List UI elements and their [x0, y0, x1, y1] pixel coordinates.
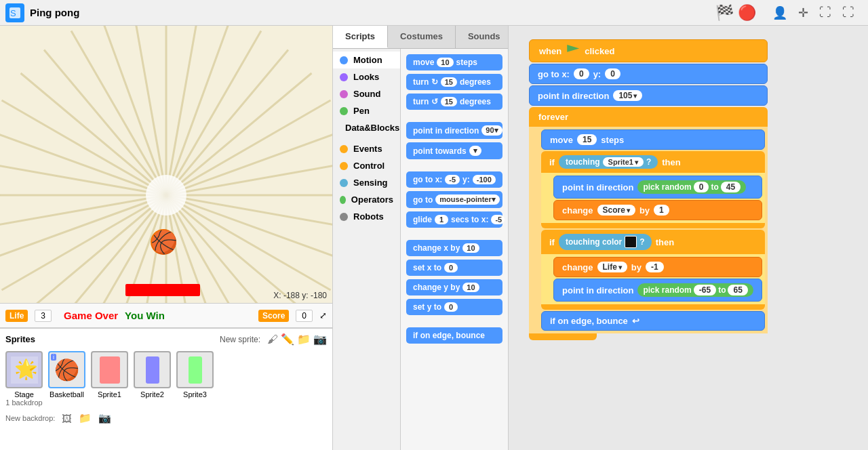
block-change-x[interactable]: change x by 10	[406, 240, 502, 256]
cat-sound[interactable]: Sound	[333, 85, 400, 102]
point-dir-val[interactable]: 105	[613, 90, 642, 101]
cat-data[interactable]: Data&Blocks	[333, 119, 400, 136]
block-point-dir[interactable]: point in direction 90▾	[406, 122, 502, 139]
block-goto-xy[interactable]: go to x: -5 y: -100	[406, 171, 502, 188]
camera-sprite-btn[interactable]: 📷	[313, 333, 327, 346]
pick-random2[interactable]: pick random -65 to 65	[637, 283, 753, 297]
color-swatch[interactable]	[625, 236, 637, 248]
sprites-list: 🌟 Stage 1 backdrop i 🏀 Basketball	[5, 351, 327, 407]
when-flag-block[interactable]: when clicked	[529, 39, 768, 62]
cat-looks[interactable]: Looks	[333, 68, 400, 85]
edit-sprite-btn[interactable]: ✏️	[281, 333, 294, 346]
block-glide-secs[interactable]: 1	[435, 215, 448, 224]
green-flag-button[interactable]: 🏁	[715, 4, 734, 22]
block-turn-cw[interactable]: turn ↻ 15 degrees	[406, 74, 502, 90]
pen-dot	[340, 107, 348, 115]
tab-sounds[interactable]: Sounds	[456, 26, 513, 48]
block-set-y-val[interactable]: 0	[444, 302, 458, 312]
svg-line-4	[166, 26, 231, 195]
goto-x-val[interactable]: 0	[574, 68, 589, 79]
change1-val[interactable]: 1	[654, 205, 669, 216]
cat-robots[interactable]: Robots	[333, 208, 400, 225]
pick-random1-to[interactable]: 45	[721, 182, 741, 192]
cat-motion[interactable]: Motion	[333, 52, 400, 68]
if2-block[interactable]: if touching color ? then	[541, 230, 765, 254]
change-score-block[interactable]: change Score by 1	[553, 200, 762, 220]
upload-backdrop-btn[interactable]: 📁	[79, 412, 92, 424]
block-set-y[interactable]: set y to 0	[406, 299, 502, 315]
move-block[interactable]: move 15 steps	[541, 129, 765, 150]
sprite-item-1[interactable]: Sprite1	[91, 351, 128, 398]
pick-random2-from[interactable]: -65	[694, 285, 716, 295]
block-set-x-label: set x to	[413, 263, 441, 272]
pick-random1-from[interactable]: 0	[694, 182, 709, 192]
stage-fullscreen-btn[interactable]: ⤢	[319, 310, 327, 321]
block-point-towards[interactable]: point towards ▾	[406, 142, 502, 159]
change2-var[interactable]: Life	[597, 262, 627, 272]
sprite-item-3[interactable]: Sprite3	[176, 351, 214, 398]
stage-item[interactable]: 🌟 Stage 1 backdrop	[5, 351, 43, 407]
block-set-x[interactable]: set x to 0	[406, 260, 502, 276]
block-change-y-val[interactable]: 10	[462, 283, 479, 292]
edge-bounce-block[interactable]: if on edge, bounce ↩	[541, 311, 765, 331]
change1-var[interactable]: Score	[597, 205, 635, 216]
tab-costumes[interactable]: Costumes	[388, 26, 456, 48]
cat-sensing[interactable]: Sensing	[333, 174, 400, 191]
block-set-x-val[interactable]: 0	[444, 263, 458, 272]
block-change-y[interactable]: change y by 10	[406, 279, 502, 295]
change2-val[interactable]: -1	[646, 262, 664, 272]
cat-pen[interactable]: Pen	[333, 102, 400, 119]
block-turn-ccw[interactable]: turn ↺ 15 degrees	[406, 94, 502, 110]
point-dir2-block[interactable]: point in direction pick random 0 to 45	[553, 176, 762, 199]
upload-sprite-btn[interactable]: 📁	[297, 333, 311, 346]
sprite-item-basketball[interactable]: i 🏀 Basketball	[48, 351, 85, 398]
tab-scripts[interactable]: Scripts	[333, 26, 388, 48]
block-move-steps[interactable]: 10	[437, 58, 453, 67]
sprite1-shape	[100, 356, 120, 384]
sprites-header: Sprites New sprite: 🖌 ✏️ 📁 📷	[5, 333, 327, 346]
block-point-dir-val[interactable]: 90▾	[481, 125, 502, 136]
goto-y-val[interactable]: 0	[605, 68, 620, 79]
if1-block[interactable]: if touching Sprite1 ? then	[541, 151, 765, 173]
if1-question: ?	[646, 157, 651, 167]
point-dir-block[interactable]: point in direction 105	[529, 85, 768, 106]
block-goto-x[interactable]: -5	[445, 175, 460, 184]
pick-random1[interactable]: pick random 0 to 45	[637, 180, 746, 194]
fullscreen-icon[interactable]: ⛶	[842, 5, 854, 20]
block-goto-y-label: y:	[462, 175, 470, 184]
if1-body: point in direction pick random 0 to 45	[541, 173, 765, 223]
block-edge-bounce[interactable]: if on edge, bounce	[406, 327, 502, 344]
block-goto-y[interactable]: -100	[473, 175, 496, 184]
block-point-towards-val[interactable]: ▾	[469, 146, 481, 156]
block-glide-x[interactable]: -5	[491, 215, 505, 224]
move-steps-val[interactable]: 15	[577, 134, 597, 145]
block-change-x-val[interactable]: 10	[462, 243, 479, 253]
camera-backdrop-btn[interactable]: 📷	[98, 412, 111, 424]
block-turn-ccw-val[interactable]: 15	[441, 97, 457, 106]
cat-events[interactable]: Events	[333, 140, 400, 157]
pick-random2-to[interactable]: 65	[728, 285, 747, 295]
block-goto-target[interactable]: go to mouse-pointer▾	[406, 191, 502, 208]
cat-operators[interactable]: Operators	[333, 191, 400, 208]
stop-button[interactable]: 🔴	[738, 4, 756, 22]
change-life-block[interactable]: change Life by -1	[553, 257, 762, 277]
sprite-item-2[interactable]: Sprite2	[134, 351, 171, 398]
forever-body: move 15 steps if touching Sprite1 ?	[529, 127, 768, 333]
if1-container: if touching Sprite1 ? then point in	[541, 151, 765, 228]
expand-icon[interactable]: ⛶	[819, 5, 831, 20]
events-dot	[340, 145, 348, 153]
cat-motion-label: Motion	[353, 55, 382, 65]
arrows-icon[interactable]: ✛	[798, 5, 808, 20]
block-glide[interactable]: glide 1 secs to x: -5 y: -100	[406, 211, 502, 228]
block-move[interactable]: move 10 steps	[406, 54, 502, 70]
point-dir3-block[interactable]: point in direction pick random -65 to 65	[553, 279, 762, 302]
goto-xy-block[interactable]: go to x: 0 y: 0	[529, 64, 768, 84]
if1-sprite-val[interactable]: Sprite1	[603, 157, 644, 167]
paint-sprite-btn[interactable]: 🖌	[267, 333, 278, 346]
block-goto-target-val[interactable]: mouse-pointer▾	[435, 195, 499, 205]
person-icon[interactable]: 👤	[772, 5, 787, 20]
cat-control[interactable]: Control	[333, 157, 400, 174]
paint-backdrop-btn[interactable]: 🖼	[62, 413, 72, 424]
forever-block[interactable]: forever	[529, 107, 768, 127]
block-turn-cw-val[interactable]: 15	[441, 77, 457, 87]
